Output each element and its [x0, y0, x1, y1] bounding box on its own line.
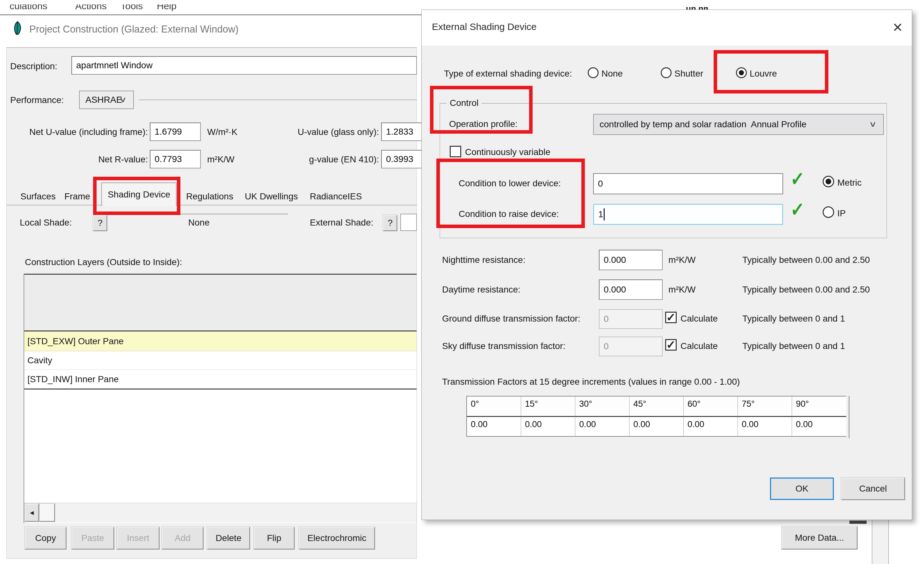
tab-surfaces[interactable]: Surfaces — [20, 191, 56, 202]
u-glass-input[interactable]: 1.2833 — [381, 122, 426, 141]
transmission-value-cell[interactable]: 0.00 — [575, 417, 630, 436]
transmission-value-cell[interactable]: 0.00 — [738, 417, 792, 436]
flip-button[interactable]: Flip — [254, 527, 294, 549]
daytime-resistance-input[interactable]: 0.000 — [599, 280, 663, 300]
chevron-down-icon: ∨ — [119, 95, 127, 104]
transmission-value-cell[interactable]: 0.00 — [467, 417, 521, 436]
transmission-header-cell: 90° — [792, 397, 846, 417]
more-data-button[interactable]: More Data... — [782, 526, 857, 549]
ok-button[interactable]: OK — [770, 478, 834, 500]
daytime-resistance-unit: m²K/W — [668, 284, 696, 295]
valid-check-icon: ✓ — [790, 199, 805, 220]
layer-row-selected[interactable]: [STD_EXW] Outer Pane — [24, 331, 417, 351]
external-shading-device-dialog: External Shading Device ✕ Type of extern… — [422, 10, 912, 520]
continuously-variable-checkbox[interactable] — [450, 146, 461, 157]
description-input[interactable]: apartmnetl Window — [71, 56, 417, 75]
dialog-title-bar: External Shading Device ✕ — [422, 10, 912, 46]
menu-bar-fragment: culations Actions Tools Help — [9, 5, 188, 14]
nighttime-resistance-label: Nighttime resistance: — [442, 255, 525, 265]
menu-item-calculations[interactable]: culations — [9, 5, 47, 12]
paste-button[interactable]: Paste — [71, 527, 114, 549]
tab-content-top-border — [6, 205, 417, 205]
chevron-down-icon: ∨ — [869, 119, 877, 128]
sky-calculate-checkbox[interactable]: ✓ — [665, 339, 676, 350]
condition-lower-input[interactable]: 0 — [593, 173, 783, 194]
scrollbar-thumb[interactable] — [39, 504, 55, 522]
transmission-header-cell: 30° — [575, 397, 630, 417]
scroll-left-button[interactable]: ◄ — [25, 504, 39, 522]
left-arrow-icon: ◄ — [28, 509, 35, 516]
radio-metric-label[interactable]: Metric — [837, 178, 861, 188]
main-window-title: Project Construction (Glazed: External W… — [29, 24, 238, 35]
transmission-header-cell: 75° — [738, 397, 792, 417]
layers-table-header — [24, 275, 417, 331]
annotation-box-louvre — [714, 50, 828, 93]
copy-button[interactable]: Copy — [25, 527, 66, 549]
condition-raise-input[interactable]: 1 — [593, 204, 783, 225]
scrollbar-thumb-fragment[interactable] — [849, 520, 867, 524]
layers-hscrollbar[interactable]: ◄ — [24, 503, 417, 522]
valid-check-icon: ✓ — [790, 168, 805, 190]
tab-uk-dwellings[interactable]: UK Dwellings — [245, 191, 298, 202]
daytime-resistance-note: Typically between 0.00 and 2.50 — [742, 284, 870, 295]
daytime-resistance-label: Daytime resistance: — [442, 284, 520, 295]
performance-combobox[interactable]: ASHRAE ∨ — [79, 90, 134, 109]
menu-item-tools[interactable]: Tools — [120, 5, 143, 12]
external-shade-help-button[interactable]: ? — [383, 215, 397, 231]
ground-calculate-label[interactable]: Calculate — [681, 314, 718, 324]
annotation-box-shading-device-tab — [93, 177, 180, 215]
sky-calculate-label[interactable]: Calculate — [681, 341, 718, 351]
radio-shutter[interactable] — [661, 67, 672, 78]
tab-regulations[interactable]: Regulations — [186, 191, 233, 202]
net-u-input[interactable]: 1.6799 — [150, 122, 201, 141]
menu-item-help[interactable]: Help — [157, 5, 177, 12]
transmission-header-cell: 45° — [630, 397, 684, 417]
net-u-label: Net U-value (including frame): — [19, 127, 148, 137]
operation-profile-combobox[interactable]: controlled by temp and solar radation An… — [593, 114, 884, 135]
radio-none-label[interactable]: None — [602, 69, 623, 79]
layers-table: [STD_EXW] Outer Pane Cavity [STD_INW] In… — [24, 274, 417, 523]
radio-ip[interactable] — [823, 206, 834, 218]
g-value-input[interactable]: 0.3993 — [381, 150, 426, 168]
delete-button[interactable]: Delete — [207, 527, 250, 549]
transmission-header-cell: 60° — [684, 397, 738, 417]
close-icon[interactable]: ✕ — [892, 20, 903, 35]
local-shade-value: None — [110, 214, 288, 231]
menu-item-actions[interactable]: Actions — [75, 5, 106, 12]
screen: culations Actions Tools Help un nm Proje… — [0, 0, 924, 564]
transmission-value-cell[interactable]: 0.00 — [521, 417, 575, 436]
net-r-input[interactable]: 0.7793 — [150, 150, 201, 168]
transmission-table: 0° 15° 30° 45° 60° 75° 90° 0.00 0.00 0.0… — [466, 396, 846, 437]
radio-metric[interactable] — [823, 176, 834, 187]
net-r-label: Net R-value: — [19, 154, 148, 165]
transmission-value-cell[interactable]: 0.00 — [684, 417, 738, 436]
cancel-button[interactable]: Cancel — [841, 478, 905, 500]
performance-label: Performance: — [10, 95, 64, 105]
layer-row[interactable]: Cavity — [24, 352, 417, 370]
layer-row[interactable]: [STD_INW] Inner Pane — [24, 370, 417, 388]
sky-diffuse-input: 0 — [599, 337, 663, 356]
ground-calculate-checkbox[interactable]: ✓ — [665, 312, 676, 323]
ground-diffuse-note: Typically between 0 and 1 — [742, 314, 845, 324]
tab-frame[interactable]: Frame — [64, 191, 90, 202]
transmission-value-cell[interactable]: 0.00 — [792, 417, 846, 436]
tab-radianceies[interactable]: RadianceIES — [310, 191, 362, 202]
external-shade-field[interactable] — [400, 214, 417, 231]
app-icon — [12, 21, 23, 35]
annotation-box-control — [430, 86, 532, 134]
nighttime-resistance-input[interactable]: 0.000 — [599, 250, 663, 270]
radio-ip-label[interactable]: IP — [837, 208, 846, 218]
radio-shutter-label[interactable]: Shutter — [674, 69, 703, 79]
ground-diffuse-input: 0 — [599, 309, 663, 329]
add-button[interactable]: Add — [162, 527, 203, 549]
insert-button[interactable]: Insert — [117, 527, 159, 549]
local-shade-help-button[interactable]: ? — [93, 215, 107, 231]
transmission-header-cell: 15° — [521, 397, 575, 417]
continuously-variable-label[interactable]: Continuously variable — [465, 147, 550, 157]
transmission-value-cell[interactable]: 0.00 — [630, 417, 684, 436]
transmission-table-edge-line — [849, 396, 849, 438]
vertical-scrollbar-fragment[interactable] — [872, 520, 889, 564]
electrochromic-button[interactable]: Electrochromic — [299, 527, 375, 549]
radio-none[interactable] — [588, 67, 598, 78]
local-shade-label: Local Shade: — [20, 218, 72, 228]
